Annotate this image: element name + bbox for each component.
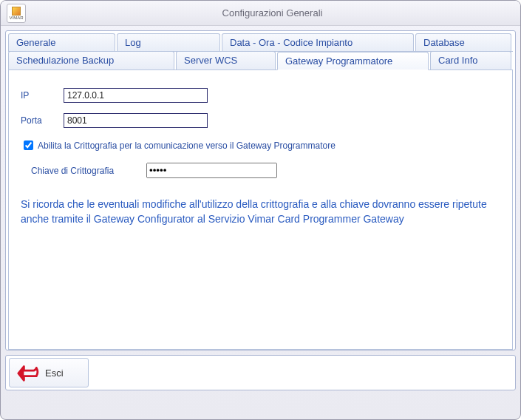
tab-generale[interactable]: Generale xyxy=(8,33,115,51)
tab-card-info[interactable]: Card Info xyxy=(430,51,511,70)
crypto-note: Si ricorda che le eventuali modifiche al… xyxy=(21,197,494,226)
tab-row-2: Schedulazione Backup Server WCS Gateway … xyxy=(8,51,513,70)
enable-crypto-label: Abilita la Crittografia per la comunicaz… xyxy=(38,140,336,151)
exit-button-label: Esci xyxy=(45,368,64,379)
enable-crypto-checkbox[interactable] xyxy=(24,140,33,150)
tab-log[interactable]: Log xyxy=(117,33,220,51)
tab-schedulazione-backup[interactable]: Schedulazione Backup xyxy=(8,51,174,70)
porta-input[interactable] xyxy=(64,113,208,128)
row-ip: IP xyxy=(21,88,500,103)
window-title: Configurazioni Generali xyxy=(30,7,514,18)
tab-database[interactable]: Database xyxy=(415,33,511,51)
crypto-key-label: Chiave di Crittografia xyxy=(21,166,146,176)
titlebar: VIMAR Configurazioni Generali xyxy=(1,1,520,26)
exit-button[interactable]: Esci xyxy=(9,358,89,387)
window: VIMAR Configurazioni Generali Generale L… xyxy=(0,0,521,420)
tab-row-1: Generale Log Data - Ora - Codice Impiant… xyxy=(8,33,513,52)
app-logo-icon: VIMAR xyxy=(7,4,26,23)
ip-input[interactable] xyxy=(64,88,208,103)
row-porta: Porta xyxy=(21,113,500,128)
footer-panel: Esci xyxy=(5,355,516,390)
tab-server-wcs[interactable]: Server WCS xyxy=(176,51,276,70)
ip-label: IP xyxy=(21,90,64,101)
main-panel: Generale Log Data - Ora - Codice Impiant… xyxy=(5,30,516,350)
crypto-key-input[interactable] xyxy=(146,163,277,178)
porta-label: Porta xyxy=(21,115,64,126)
row-crypto-key: Chiave di Crittografia xyxy=(21,163,500,178)
tab-content: IP Porta Abilita la Crittografia per la … xyxy=(8,70,513,350)
enable-crypto-row[interactable]: Abilita la Crittografia per la comunicaz… xyxy=(21,138,500,152)
tab-data-ora[interactable]: Data - Ora - Codice Impianto xyxy=(222,33,414,51)
tab-gateway-programmatore[interactable]: Gateway Programmatore xyxy=(277,52,429,70)
back-arrow-icon xyxy=(17,363,39,382)
